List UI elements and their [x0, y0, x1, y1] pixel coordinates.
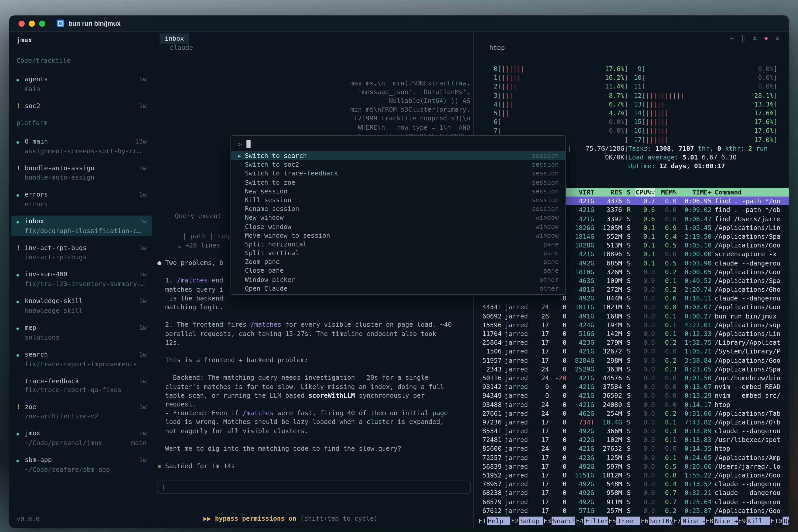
cpu-cell: 0.1 — [635, 241, 655, 249]
process-row[interactable]: 67612 jarred 17 0 571G 257M S 0.0 0.2 0:… — [474, 506, 789, 515]
process-row[interactable]: 72481 jarred 17 0 422G 102M S 0.0 0.1 0:… — [474, 436, 789, 444]
fkey-button[interactable]: F9Kill — [738, 517, 770, 525]
message-line: This is a frontend + backend problem: — [157, 356, 471, 364]
fkey-button[interactable]: F5Tree — [608, 517, 640, 525]
palette-item[interactable]: Switch to trace-feedback session — [231, 169, 566, 178]
fkey-button[interactable]: F4Filter — [575, 517, 608, 525]
palette-item[interactable]: Zoom pane pane — [231, 258, 566, 266]
process-row[interactable]: 94349 jarred 0 0 421G 36592 S 0.0 0.0 0:… — [474, 391, 789, 400]
palette-item[interactable]: Split vertical pane — [231, 248, 566, 257]
process-row[interactable]: 85341 jarred 17 0 492G 366M S 0.0 0.3 0:… — [474, 426, 789, 435]
palette-item[interactable]: Switch to zoe session — [231, 178, 566, 187]
minimize-button[interactable] — [29, 20, 35, 26]
time-cell: 1:32.75 — [680, 338, 711, 347]
process-row[interactable]: 72557 jarred 17 0 423G 125M S 0.0 0.1 0:… — [474, 453, 789, 462]
fkey-button[interactable]: F7Nice - — [673, 517, 705, 525]
palette-item-label: Rename session — [245, 204, 532, 213]
sidebar-item[interactable]: ! soc2 1w — [17, 101, 147, 111]
pri-cell: 17 — [537, 489, 549, 497]
fkey-button[interactable]: F10Quit — [770, 517, 789, 525]
palette-item[interactable]: Close pane pane — [231, 266, 566, 275]
sidebar-item[interactable]: ● jmux 1w ~/Code/personal/jmux main — [17, 429, 147, 447]
tab-inbox[interactable]: inbox — [159, 34, 189, 44]
palette-item[interactable]: New session session — [231, 187, 566, 195]
column-header[interactable]: RES — [597, 188, 622, 196]
process-row[interactable]: 85600 jarred 24 0 421G 27632 S 0.0 0.0 0… — [474, 444, 789, 453]
pid-cell: 15596 — [478, 321, 502, 329]
diamond-icon[interactable]: ◆ — [764, 34, 768, 43]
time-cell: 0:49.52 — [680, 276, 711, 285]
process-row[interactable]: 50116 jarred 24 -20 421G 44576 S 0.0 0.0… — [474, 374, 789, 382]
process-row[interactable]: 51952 jarred 17 0 1151G 1012M S 0.0 0.8 … — [474, 471, 789, 479]
fkey-button[interactable]: F2Setup — [510, 517, 543, 525]
sidebar-item[interactable]: ● 0_main 13w assignment-screens-sort-by-… — [17, 137, 147, 155]
palette-item[interactable]: Move window to session window — [231, 231, 566, 240]
process-row[interactable]: 78957 jarred 17 0 492G 548M S 0.0 0.4 0:… — [474, 479, 789, 488]
pause-icon[interactable]: ‖ — [741, 34, 745, 43]
palette-item[interactable]: Window picker other — [231, 275, 566, 284]
palette-item[interactable]: Open Claude other — [231, 284, 566, 293]
sidebar-item[interactable]: trace-feedback 1w fix/trace-report-qa-fi… — [17, 377, 147, 394]
palette-item[interactable]: Split horizontal pane — [231, 240, 566, 248]
command-cell: /Applications/Lin — [715, 223, 785, 232]
process-row[interactable]: 25864 jarred 17 0 423G 279M S 0.0 0.2 1:… — [474, 338, 789, 347]
process-row[interactable]: 93142 jarred 0 0 421G 37584 S 0.0 0.0 0:… — [474, 382, 789, 391]
zoom-button[interactable] — [39, 20, 45, 26]
close-button[interactable] — [19, 20, 25, 26]
process-row[interactable]: 44341 jarred 24 0 1811G 1021M S 0.0 0.8 … — [474, 303, 789, 311]
process-row[interactable]: 60692 jarred 26 0 491G 168M S 0.0 0.1 0:… — [474, 311, 789, 320]
sidebar-item[interactable]: ● inv-sum-400 1w fix/tra-123-inventory-s… — [17, 270, 147, 288]
column-header[interactable]: CPU%▽ — [635, 188, 655, 196]
prompt-char: ) — [162, 483, 166, 491]
add-icon[interactable]: + — [730, 34, 734, 43]
process-row[interactable]: 97236 jarred 17 0 734T 10.4G S 0.0 8.1 7… — [474, 418, 789, 426]
process-row[interactable]: 11704 jarred 17 0 516G 142M S 0.0 0.1 0:… — [474, 329, 789, 338]
process-row[interactable]: 51957 jarred 17 0 8284G 298M S 0.0 0.2 3… — [474, 356, 789, 364]
sidebar-item[interactable]: ● errors 1w errors — [17, 190, 147, 208]
sidebar-item[interactable]: ! zoe 1w zoe-architecture-v2 — [17, 402, 147, 420]
cpu-cell: 0.0 — [635, 418, 655, 426]
sidebar-item[interactable]: ● search 1w fix/trace-report-improvement… — [17, 350, 147, 368]
process-row[interactable]: 2343 jarred 24 0 2529G 363M S 0.0 0.3 0:… — [474, 365, 789, 374]
session-age: 1w — [139, 216, 147, 225]
column-header[interactable]: TIME+ — [680, 188, 711, 196]
column-header[interactable]: MEM% — [658, 188, 677, 196]
sidebar-item[interactable]: ● mep 1w solutions — [17, 323, 147, 342]
palette-item[interactable]: Switch to search session — [231, 151, 566, 160]
palette-search-input[interactable]: ▷ — [231, 136, 566, 151]
process-row[interactable]: 15596 jarred 17 0 424G 194M S 0.0 0.1 4:… — [474, 321, 789, 329]
fkey-button[interactable]: F6SortBy — [640, 517, 673, 525]
titlebar[interactable]: bun run bin/jmux — [9, 15, 789, 32]
sidebar-item[interactable]: ● sbm-app 1w ~/Code/seafare/sbm-app — [17, 455, 147, 474]
column-header[interactable]: Command — [715, 188, 785, 196]
fkey-button[interactable]: F1Help — [478, 517, 510, 525]
palette-item[interactable]: New window window — [231, 213, 566, 222]
sidebar-item[interactable]: ● inbox 1w fix/docgraph-classification-c… — [11, 215, 152, 236]
process-row[interactable]: 1506 jarred 17 0 421G 32672 S 0.0 0.0 1:… — [474, 347, 789, 356]
column-header[interactable]: VIRT — [570, 188, 594, 196]
cpu-id: 14 — [628, 109, 642, 117]
process-row[interactable]: 56839 jarred 17 0 492G 597M S 0.0 0.5 0:… — [474, 462, 789, 471]
sidebar-item[interactable]: ● knowledge-skill 1w knowledge-skill — [17, 296, 147, 315]
column-header[interactable]: S — [625, 188, 632, 196]
settings-gear-icon[interactable]: ⚙ — [776, 34, 779, 43]
process-row[interactable]: 68579 jarred 17 0 492G 911M S 0.0 0.7 0:… — [474, 497, 789, 506]
palette-item[interactable]: Switch to soc2 session — [231, 160, 566, 169]
process-row[interactable]: 93488 jarred 24 0 421G 24080 S 0.0 0.0 0… — [474, 400, 789, 409]
palette-item[interactable]: Rename session session — [231, 204, 566, 213]
sidebar-item[interactable]: ! bundle-auto-assign 1w bundle-auto-assi… — [17, 164, 147, 182]
fkey-button[interactable]: F8Nice + — [705, 517, 738, 525]
virt-cell: 1151G — [570, 471, 594, 479]
sidebar-item[interactable]: ● agents 1w main — [17, 75, 147, 93]
process-row[interactable]: 27661 jarred 24 0 462G 254M S 0.0 0.2 0:… — [474, 409, 789, 418]
prompt-input[interactable]: ) — [157, 480, 471, 494]
sidebar-item[interactable]: ! inv-act-rpt-bugs 1w inv-act-rpt-bugs — [17, 243, 147, 261]
process-row[interactable]: 68238 jarred 17 0 492G 958M S 0.0 0.7 0:… — [474, 489, 789, 497]
eject-icon[interactable]: ⏏ — [753, 34, 757, 43]
palette-item[interactable]: Close window window — [231, 222, 566, 231]
expand-lines-fragment[interactable]: … +28 lines — [177, 241, 220, 249]
palette-item[interactable]: Kill session session — [231, 195, 566, 204]
process-row[interactable]: 0 492G 844M S 0.0 0.6 0:16.11 claude --d… — [474, 294, 789, 303]
fkey-button[interactable]: F3Search — [543, 517, 575, 525]
cpu-id: 17 — [628, 135, 642, 144]
